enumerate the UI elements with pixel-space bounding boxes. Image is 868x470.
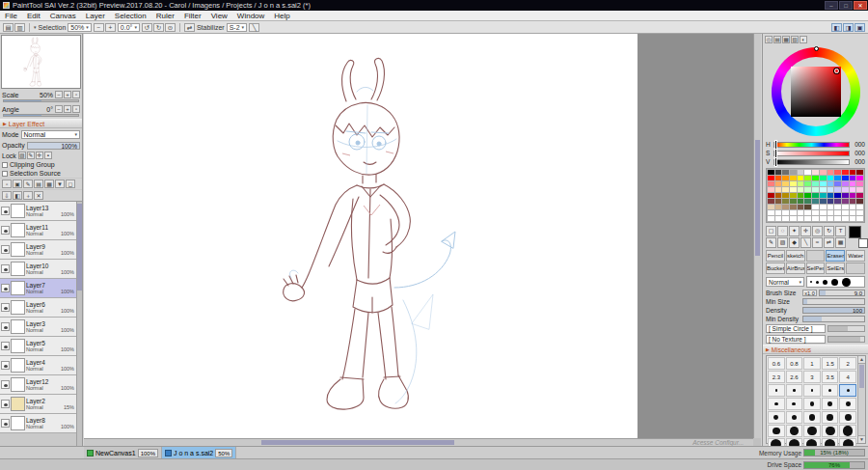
layer-item-layer7[interactable]: Layer7Normal100% xyxy=(0,279,76,298)
layer-item-layer11[interactable]: Layer11Normal100% xyxy=(0,221,76,240)
decrease-icon[interactable]: − xyxy=(55,91,63,98)
palette-swatch[interactable] xyxy=(834,205,841,209)
min-size-slider[interactable] xyxy=(802,298,865,305)
palette-swatch[interactable] xyxy=(834,199,841,204)
layer-item-layer3[interactable]: Layer3Normal100% xyxy=(0,318,76,337)
increase-icon[interactable]: + xyxy=(64,91,71,98)
clipping-group-row[interactable]: Clipping Group xyxy=(0,160,82,169)
preserve-opacity-icon[interactable]: ▨ xyxy=(18,152,26,159)
palette-swatch[interactable] xyxy=(782,176,789,180)
palette-swatch[interactable] xyxy=(820,199,827,204)
palette-swatch[interactable] xyxy=(820,193,827,198)
stabilizer-dropdown[interactable]: S-2 ▾ xyxy=(227,23,247,32)
palette-swatch[interactable] xyxy=(850,210,856,215)
palette-swatch[interactable] xyxy=(790,199,797,204)
palette-swatch[interactable] xyxy=(812,199,819,204)
palette-swatch[interactable] xyxy=(775,181,782,186)
layer-item-layer13[interactable]: Layer13Normal100% xyxy=(0,202,76,221)
lasso-icon[interactable]: ◌ xyxy=(777,226,788,236)
palette-swatch[interactable] xyxy=(834,216,841,221)
palette-swatch[interactable] xyxy=(804,199,811,204)
pen-line-icon[interactable]: ╲ xyxy=(249,23,259,32)
layer-item-layer12[interactable]: Layer12Normal100% xyxy=(0,375,76,395)
rotate-ccw-icon[interactable]: ↺ xyxy=(142,23,152,32)
brush-size-preset-80[interactable] xyxy=(822,425,839,437)
palette-swatch[interactable] xyxy=(798,205,804,209)
visibility-eye-icon[interactable] xyxy=(1,226,10,235)
tool-selpen[interactable]: SelPen xyxy=(806,263,826,274)
hue-cursor-icon[interactable] xyxy=(814,46,819,51)
palette-swatch[interactable] xyxy=(782,181,789,186)
palette-swatch[interactable] xyxy=(804,176,811,180)
visibility-eye-icon[interactable] xyxy=(1,245,10,254)
menu-edit[interactable]: Edit xyxy=(22,11,45,21)
grid-icon[interactable]: ▦ xyxy=(835,237,846,248)
zoom-tool-icon[interactable]: ◎ xyxy=(812,226,823,236)
palette-swatch[interactable] xyxy=(798,181,804,186)
vertical-scroll-thumb[interactable] xyxy=(755,140,760,256)
document-tab[interactable]: NewCanvas1100% xyxy=(84,447,162,458)
scroll-down-icon[interactable]: ▼ xyxy=(858,435,865,443)
menu-view[interactable]: View xyxy=(206,11,232,21)
visibility-eye-icon[interactable] xyxy=(1,207,10,215)
palette-swatch[interactable] xyxy=(827,210,834,215)
canvas[interactable] xyxy=(84,34,637,438)
zoom-out-icon[interactable]: − xyxy=(94,23,104,32)
layer-item-layer4[interactable]: Layer4Normal100% xyxy=(0,356,76,375)
palette-swatch[interactable] xyxy=(842,181,849,186)
palette-swatch[interactable] xyxy=(775,193,782,198)
new-layer-icon[interactable]: ▫ xyxy=(2,180,12,188)
palette-swatch[interactable] xyxy=(856,170,863,175)
palette-swatch[interactable] xyxy=(856,199,863,204)
layer-item-layer5[interactable]: Layer5Normal100% xyxy=(0,337,76,356)
selection-source-checkbox[interactable] xyxy=(2,171,8,177)
visibility-eye-icon[interactable] xyxy=(1,342,10,350)
visibility-eye-icon[interactable] xyxy=(1,284,10,292)
decrease-icon[interactable]: − xyxy=(55,105,63,113)
palette-swatch[interactable] xyxy=(834,210,841,215)
palette-swatch[interactable] xyxy=(827,199,834,204)
angle-slider[interactable] xyxy=(3,114,79,117)
add-mask-icon[interactable]: ◧ xyxy=(13,191,22,200)
visibility-eye-icon[interactable] xyxy=(1,303,10,312)
palette-swatch[interactable] xyxy=(782,205,789,209)
brush-shape-slider[interactable] xyxy=(827,325,865,332)
tool-eraser[interactable]: Eraser xyxy=(826,250,845,262)
palette-swatch[interactable] xyxy=(842,199,849,204)
palette-swatch[interactable] xyxy=(790,181,797,186)
brush-shape-dropdown[interactable]: [ Simple Circle ] xyxy=(766,324,826,333)
transfer-down-icon[interactable]: ⇩ xyxy=(2,191,12,200)
zoom-dropdown[interactable]: 50% ▾ xyxy=(68,23,92,32)
open-file-icon[interactable]: ▥ xyxy=(14,23,25,32)
brush-size-preset-2[interactable]: 2 xyxy=(839,357,856,370)
palette-swatch[interactable] xyxy=(775,187,782,192)
palette-swatch[interactable] xyxy=(850,193,856,198)
palette-swatch[interactable] xyxy=(812,193,819,198)
palette-swatch[interactable] xyxy=(827,176,834,180)
layer-item-layer10[interactable]: Layer10Normal100% xyxy=(0,260,76,279)
size-scroll-thumb[interactable] xyxy=(859,365,864,388)
palette-swatch[interactable] xyxy=(820,216,827,221)
flip-canvas-icon[interactable]: ⇄ xyxy=(184,23,195,32)
new-folder-icon[interactable]: ▣ xyxy=(13,180,22,188)
rgb-sliders-icon[interactable]: ▤ xyxy=(773,36,781,43)
palette-swatch[interactable] xyxy=(850,170,856,175)
brush-size-preset-14[interactable] xyxy=(803,398,821,410)
maximize-button[interactable]: □ xyxy=(839,1,853,10)
navigator-preview[interactable] xyxy=(1,35,81,89)
palette-swatch[interactable] xyxy=(842,176,849,180)
menu-ruler[interactable]: Ruler xyxy=(151,11,179,21)
brush-size-preset-7[interactable] xyxy=(803,384,821,397)
palette-swatch[interactable] xyxy=(856,181,863,186)
palette-swatch[interactable] xyxy=(782,170,789,175)
brush-size-preset-40[interactable] xyxy=(839,411,856,424)
palette-swatch[interactable] xyxy=(834,176,841,180)
curve-icon[interactable]: ≈ xyxy=(812,237,823,248)
palette-swatch[interactable] xyxy=(782,199,789,204)
brush-texture-dropdown[interactable]: [ No Texture ] xyxy=(766,335,826,344)
palette-swatch[interactable] xyxy=(768,193,774,198)
close-button[interactable]: ✕ xyxy=(854,1,867,10)
tool-selers[interactable]: SelErs xyxy=(826,263,845,274)
line-icon[interactable]: ╲ xyxy=(800,237,811,248)
horizontal-scroll-thumb[interactable] xyxy=(261,440,454,445)
